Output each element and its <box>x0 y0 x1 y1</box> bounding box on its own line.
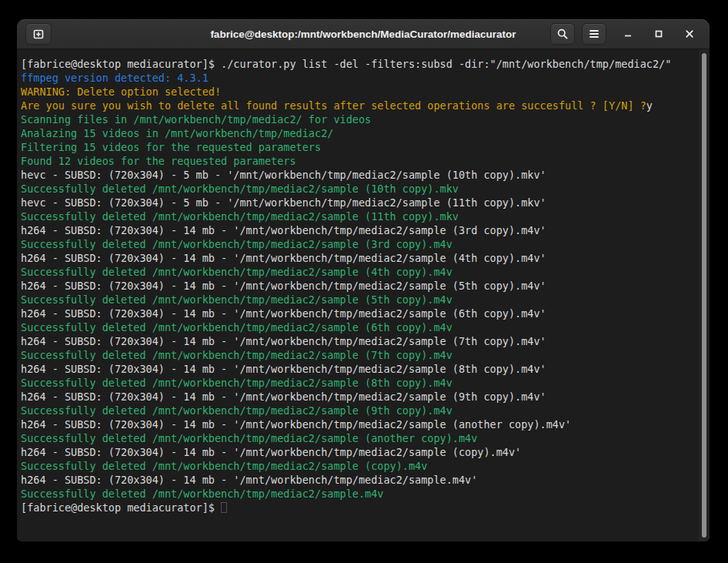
headerbar: fabrice@desktop:/mnt/workbench/MediaCura… <box>17 19 710 49</box>
terminal-line: Scanning files in /mnt/workbench/tmp/med… <box>21 112 693 126</box>
terminal-line: h264 - SUBSD: (720x304) - 14 mb - '/mnt/… <box>21 417 693 431</box>
terminal-line: Successfully deleted /mnt/workbench/tmp/… <box>21 265 693 279</box>
close-button[interactable] <box>680 25 699 43</box>
terminal-line: [fabrice@desktop mediacurator]$ ./curato… <box>21 57 693 71</box>
terminal-line: Successfully deleted /mnt/workbench/tmp/… <box>21 459 693 473</box>
terminal-line: Filtering 15 videos for the requested pa… <box>21 140 693 154</box>
search-button[interactable] <box>550 23 575 45</box>
window-title: fabrice@desktop:/mnt/workbench/MediaCura… <box>210 28 516 40</box>
terminal-line: Successfully deleted /mnt/workbench/tmp/… <box>21 182 693 196</box>
terminal-line: h264 - SUBSD: (720x304) - 14 mb - '/mnt/… <box>21 390 693 404</box>
search-icon <box>556 28 569 40</box>
new-tab-button[interactable] <box>25 23 52 45</box>
terminal-viewport[interactable]: [fabrice@desktop mediacurator]$ ./curato… <box>17 49 710 541</box>
scrollbar-thumb[interactable] <box>702 53 706 538</box>
maximize-button[interactable] <box>650 25 668 43</box>
terminal-line: Successfully deleted /mnt/workbench/tmp/… <box>21 320 693 334</box>
terminal-line: h264 - SUBSD: (720x304) - 14 mb - '/mnt/… <box>21 473 693 487</box>
terminal-line: Successfully deleted /mnt/workbench/tmp/… <box>21 348 693 362</box>
scrollbar-track[interactable] <box>699 49 710 541</box>
terminal-line: hevc - SUBSD: (720x304) - 5 mb - '/mnt/w… <box>21 168 693 182</box>
terminal-line: h264 - SUBSD: (720x304) - 14 mb - '/mnt/… <box>21 362 693 376</box>
terminal-cursor <box>221 502 227 513</box>
terminal-line: Successfully deleted /mnt/workbench/tmp/… <box>21 404 693 417</box>
minimize-button[interactable] <box>619 25 637 43</box>
terminal-line: h264 - SUBSD: (720x304) - 14 mb - '/mnt/… <box>21 307 693 320</box>
terminal-line: Successfully deleted /mnt/workbench/tmp/… <box>21 487 693 501</box>
terminal-output: [fabrice@desktop mediacurator]$ ./curato… <box>21 57 693 514</box>
new-tab-icon <box>32 28 45 40</box>
terminal-line: Successfully deleted /mnt/workbench/tmp/… <box>21 376 693 390</box>
maximize-icon <box>654 29 663 39</box>
terminal-line: ffmpeg version detected: 4.3.1 <box>21 71 693 85</box>
terminal-line: WARNING: Delete option selected! <box>21 85 693 99</box>
terminal-line: Found 12 videos for the requested parame… <box>21 154 693 168</box>
terminal-line: Successfully deleted /mnt/workbench/tmp/… <box>21 237 693 251</box>
terminal-line: h264 - SUBSD: (720x304) - 14 mb - '/mnt/… <box>21 279 693 293</box>
terminal-line: hevc - SUBSD: (720x304) - 5 mb - '/mnt/w… <box>21 196 693 209</box>
terminal-line: Are you sure you wish to delete all foun… <box>21 99 693 112</box>
menu-button[interactable] <box>582 23 606 45</box>
minimize-icon <box>623 29 633 39</box>
terminal-window: fabrice@desktop:/mnt/workbench/MediaCura… <box>17 19 710 541</box>
close-icon <box>685 29 694 39</box>
terminal-line: Analazing 15 videos in /mnt/workbench/tm… <box>21 126 693 140</box>
terminal-line: h264 - SUBSD: (720x304) - 14 mb - '/mnt/… <box>21 223 693 237</box>
terminal-line: h264 - SUBSD: (720x304) - 14 mb - '/mnt/… <box>21 251 693 265</box>
terminal-line: Successfully deleted /mnt/workbench/tmp/… <box>21 431 693 445</box>
hamburger-menu-icon <box>589 29 599 39</box>
terminal-line: Successfully deleted /mnt/workbench/tmp/… <box>21 209 693 223</box>
terminal-line: [fabrice@desktop mediacurator]$ <box>21 501 693 514</box>
terminal-line: h264 - SUBSD: (720x304) - 14 mb - '/mnt/… <box>21 334 693 348</box>
terminal-line: h264 - SUBSD: (720x304) - 14 mb - '/mnt/… <box>21 445 693 459</box>
terminal-line: Successfully deleted /mnt/workbench/tmp/… <box>21 293 693 307</box>
headerbar-right-controls <box>550 23 699 45</box>
